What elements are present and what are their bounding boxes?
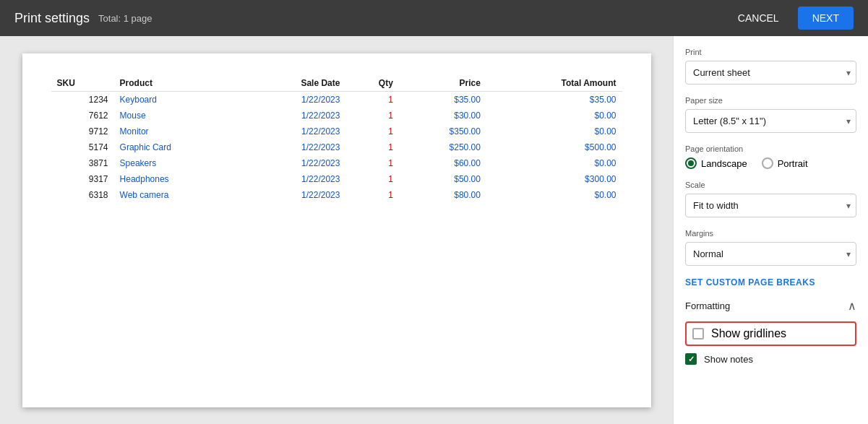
show-notes-row: Show notes bbox=[685, 353, 856, 365]
margins-select[interactable]: Normal Narrow Wide Custom bbox=[685, 242, 856, 266]
table-row: 3871Speakers1/22/20231$60.00$0.00 bbox=[51, 155, 622, 171]
page-orientation-group: Landscape Portrait bbox=[685, 157, 856, 169]
table-row: 9317Headphones1/22/20231$50.00$300.00 bbox=[51, 171, 622, 187]
custom-page-breaks-link[interactable]: SET CUSTOM PAGE BREAKS bbox=[685, 277, 856, 287]
table-cell: $250.00 bbox=[399, 139, 486, 155]
col-total: Total Amount bbox=[486, 75, 622, 92]
table-cell: $0.00 bbox=[486, 124, 622, 139]
cancel-button[interactable]: CANCEL bbox=[726, 7, 791, 30]
table-cell: 7612 bbox=[51, 108, 114, 124]
table-cell: Mouse bbox=[114, 108, 243, 124]
table-cell: $0.00 bbox=[486, 155, 622, 171]
table-cell: Web camera bbox=[114, 187, 243, 203]
header-left: Print settings Total: 1 page bbox=[14, 11, 152, 26]
show-notes-checkbox[interactable] bbox=[685, 353, 697, 365]
print-select[interactable]: Current sheet All sheets Selected cells bbox=[685, 61, 856, 85]
table-cell: 9712 bbox=[51, 124, 114, 139]
table-cell: 1 bbox=[345, 187, 398, 203]
main-layout: SKU Product Sale Date Qty Price Total Am… bbox=[0, 36, 868, 424]
table-cell: 1/22/2023 bbox=[243, 124, 346, 139]
table-cell: $0.00 bbox=[486, 187, 622, 203]
print-select-wrap: Current sheet All sheets Selected cells … bbox=[685, 61, 856, 85]
portrait-radio[interactable] bbox=[762, 157, 773, 169]
table-cell: $500.00 bbox=[486, 139, 622, 155]
table-cell: 1/22/2023 bbox=[243, 108, 346, 124]
col-product: Product bbox=[114, 75, 243, 92]
table-cell: $350.00 bbox=[399, 124, 486, 139]
formatting-label: Formatting bbox=[685, 300, 730, 311]
page-title: Print settings bbox=[14, 11, 90, 26]
margins-label: Margins bbox=[685, 229, 856, 238]
table-cell: Keyboard bbox=[114, 91, 243, 108]
table-cell: 1234 bbox=[51, 91, 114, 108]
landscape-label: Landscape bbox=[701, 158, 747, 169]
preview-table: SKU Product Sale Date Qty Price Total Am… bbox=[51, 75, 622, 203]
col-qty: Qty bbox=[345, 75, 398, 92]
table-cell: 6318 bbox=[51, 187, 114, 203]
table-cell: Graphic Card bbox=[114, 139, 243, 155]
page-orientation-label: Page orientation bbox=[685, 144, 856, 153]
table-cell: 1/22/2023 bbox=[243, 187, 346, 203]
col-sku: SKU bbox=[51, 75, 114, 92]
page-preview: SKU Product Sale Date Qty Price Total Am… bbox=[22, 53, 651, 407]
table-cell: 9317 bbox=[51, 171, 114, 187]
table-cell: 1/22/2023 bbox=[243, 91, 346, 108]
scale-select-wrap: Fit to width Fit to height Fit to page 1… bbox=[685, 194, 856, 217]
settings-panel: Print Current sheet All sheets Selected … bbox=[673, 36, 868, 424]
landscape-radio-inner bbox=[688, 160, 694, 166]
table-cell: $80.00 bbox=[399, 187, 486, 203]
show-notes-label: Show notes bbox=[704, 354, 753, 365]
table-cell: Headphones bbox=[114, 171, 243, 187]
margins-select-wrap: Normal Narrow Wide Custom ▾ bbox=[685, 242, 856, 266]
table-cell: Monitor bbox=[114, 124, 243, 139]
header: Print settings Total: 1 page CANCEL NEXT bbox=[0, 0, 868, 36]
table-cell: $35.00 bbox=[486, 91, 622, 108]
table-cell: 1 bbox=[345, 91, 398, 108]
table-cell: 1/22/2023 bbox=[243, 155, 346, 171]
scale-label: Scale bbox=[685, 181, 856, 189]
page-subtitle: Total: 1 page bbox=[98, 13, 152, 24]
formatting-header[interactable]: Formatting ∧ bbox=[685, 299, 856, 313]
table-cell: 1 bbox=[345, 124, 398, 139]
table-cell: $35.00 bbox=[399, 91, 486, 108]
table-cell: 1 bbox=[345, 108, 398, 124]
table-cell: 1 bbox=[345, 155, 398, 171]
col-sale-date: Sale Date bbox=[243, 75, 346, 92]
table-row: 9712Monitor1/22/20231$350.00$0.00 bbox=[51, 124, 622, 139]
preview-area: SKU Product Sale Date Qty Price Total Am… bbox=[0, 36, 673, 424]
scale-select[interactable]: Fit to width Fit to height Fit to page 1… bbox=[685, 194, 856, 217]
landscape-radio[interactable] bbox=[685, 157, 697, 169]
show-gridlines-row: Show gridlines bbox=[685, 321, 856, 346]
col-price: Price bbox=[399, 75, 486, 92]
table-cell: Speakers bbox=[114, 155, 243, 171]
table-row: 7612Mouse1/22/20231$30.00$0.00 bbox=[51, 108, 622, 124]
table-cell: 1/22/2023 bbox=[243, 139, 346, 155]
table-cell: $300.00 bbox=[486, 171, 622, 187]
table-cell: $60.00 bbox=[399, 155, 486, 171]
print-label: Print bbox=[685, 48, 856, 56]
landscape-option[interactable]: Landscape bbox=[685, 157, 747, 169]
paper-size-label: Paper size bbox=[685, 96, 856, 105]
table-cell: $30.00 bbox=[399, 108, 486, 124]
show-gridlines-checkbox[interactable] bbox=[692, 328, 704, 339]
formatting-chevron-icon: ∧ bbox=[848, 299, 856, 313]
table-cell: 1 bbox=[345, 171, 398, 187]
portrait-label: Portrait bbox=[778, 158, 808, 169]
table-row: 5174Graphic Card1/22/20231$250.00$500.00 bbox=[51, 139, 622, 155]
table-cell: 1/22/2023 bbox=[243, 171, 346, 187]
table-cell: $0.00 bbox=[486, 108, 622, 124]
next-button[interactable]: NEXT bbox=[798, 7, 854, 30]
paper-size-select[interactable]: Letter (8.5" x 11") A4 A3 Legal bbox=[685, 109, 856, 133]
table-row: 6318Web camera1/22/20231$80.00$0.00 bbox=[51, 187, 622, 203]
table-cell: $50.00 bbox=[399, 171, 486, 187]
table-cell: 5174 bbox=[51, 139, 114, 155]
portrait-option[interactable]: Portrait bbox=[762, 157, 808, 169]
header-right: CANCEL NEXT bbox=[726, 7, 854, 30]
table-cell: 1 bbox=[345, 139, 398, 155]
table-cell: 3871 bbox=[51, 155, 114, 171]
show-gridlines-label: Show gridlines bbox=[711, 327, 786, 340]
paper-size-select-wrap: Letter (8.5" x 11") A4 A3 Legal ▾ bbox=[685, 109, 856, 133]
table-row: 1234Keyboard1/22/20231$35.00$35.00 bbox=[51, 91, 622, 108]
